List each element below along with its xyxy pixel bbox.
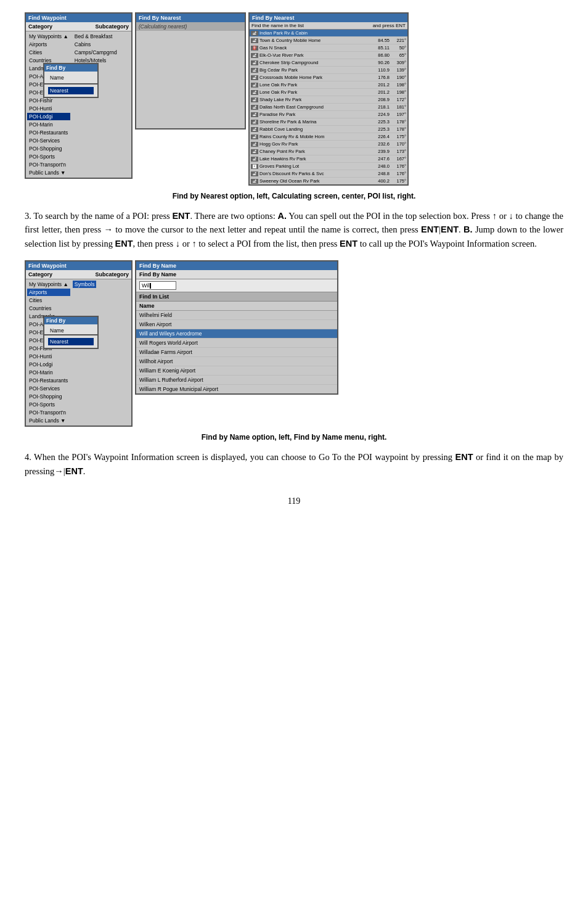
fbr-dist: 90.26 bbox=[372, 60, 391, 65]
list-item[interactable]: POI-Restaurants bbox=[27, 129, 70, 136]
poi-icon: 🏕 bbox=[251, 120, 258, 125]
find-by-nearest-item-b[interactable]: Nearest bbox=[48, 338, 94, 345]
subcategory-item[interactable]: Bed & Breakfast bbox=[73, 33, 119, 40]
subcategory-item[interactable]: Camps/Campgrnd bbox=[73, 49, 119, 56]
fbn2-list-item[interactable]: William E Koenig Airport bbox=[136, 366, 337, 376]
list-item[interactable]: POI-Shopping bbox=[27, 393, 70, 400]
ent-key-p2: ENT bbox=[455, 452, 473, 462]
fbr-row[interactable]: 🏕 Lone Oak Rv Park 201.2 198° bbox=[250, 89, 407, 96]
fbn2-list-item[interactable]: Wilhelmi Field bbox=[136, 311, 337, 320]
poi-icon: ⛽ bbox=[251, 46, 258, 51]
list-item[interactable]: POI-Transport'n bbox=[27, 161, 70, 168]
fbr-dist: 247.6 bbox=[372, 156, 391, 162]
fbr-name: Hogg Gov Rv Park bbox=[259, 141, 372, 147]
list-item[interactable]: POI-Marin bbox=[27, 121, 70, 128]
find-by-popup-title: Find By bbox=[44, 64, 97, 72]
fw-category-col: My Waypoints ▲ Airports Cities Countries… bbox=[27, 33, 70, 176]
ent-key-5: ENT bbox=[340, 239, 357, 249]
list-item[interactable]: POI-Marin bbox=[27, 369, 70, 376]
fbr-row[interactable]: 🏕 Hogg Gov Rv Park 232.6 170° bbox=[250, 141, 407, 148]
fbr-row[interactable]: 🏕 Elk-O-Vue River Park 86.80 65° bbox=[250, 52, 407, 59]
list-item[interactable]: POI-Transport'n bbox=[27, 409, 70, 416]
fbr-dist: 218.1 bbox=[372, 104, 391, 110]
fbr-row[interactable]: 🏕 Town & Country Mobile Home 84.55 221° bbox=[250, 37, 407, 44]
list-item[interactable]: Countries bbox=[27, 305, 70, 312]
fbr-title: Find By Nearest bbox=[250, 14, 407, 22]
find-by-name-item[interactable]: Name bbox=[48, 74, 94, 81]
fbn2-list-item[interactable]: Wilken Airport bbox=[136, 320, 337, 329]
fbr-deg: 50° bbox=[391, 45, 406, 51]
fbn2-list-item[interactable]: William R Pogue Municipal Airport bbox=[136, 385, 337, 393]
bottom-caption: Find by Name option, left, Find by Name … bbox=[25, 433, 563, 442]
fbr-name: Rabbit Cove Landing bbox=[259, 126, 372, 132]
prose-block-1: 3. To search by the name of a POI: press… bbox=[25, 209, 563, 250]
subcategory-item[interactable]: Symbols bbox=[73, 281, 97, 288]
fbr-dist: 248.8 bbox=[372, 171, 391, 176]
fbr-row[interactable]: 🏕 Paradise Rv Park 224.9 197° bbox=[250, 111, 407, 118]
fbr-row[interactable]: 🏕 Rains County Rv & Mobile Hom 226.4 175… bbox=[250, 133, 407, 141]
poi-icon: 🅿 bbox=[251, 164, 258, 169]
fbr-dist: 85.11 bbox=[372, 45, 391, 51]
poi-icon: 🏕 bbox=[251, 179, 258, 184]
fbr-dist: 201.2 bbox=[372, 89, 391, 95]
find-by-nearest-item[interactable]: Nearest bbox=[48, 87, 94, 94]
list-item[interactable]: POI-Lodgi bbox=[27, 361, 70, 368]
fbr-row[interactable]: 🏕 Shoreline Rv Park & Marina 225.3 178° bbox=[250, 118, 407, 126]
fbn2-list-item[interactable]: Willadae Farms Airport bbox=[136, 348, 337, 357]
fbn2-list-item[interactable]: Will and Wileys Aerodrome bbox=[136, 329, 337, 339]
list-item[interactable]: POI-Services bbox=[27, 137, 70, 144]
fbr-row[interactable]: 🅿 Groves Parking Lot 248.0 176° bbox=[250, 163, 407, 170]
list-item[interactable]: POI-Sports bbox=[27, 401, 70, 408]
list-item[interactable]: Airports bbox=[27, 41, 70, 48]
subcategory-item[interactable]: Cabins bbox=[73, 41, 119, 48]
list-item[interactable]: Cities bbox=[27, 49, 70, 56]
list-item[interactable]: My Waypoints ▲ bbox=[27, 281, 70, 288]
fbr-row[interactable]: 🏕 Sweeney Old Ocean Rv Park 400.2 175° bbox=[250, 178, 407, 184]
list-item[interactable]: POI-Restaurants bbox=[27, 377, 70, 384]
fbn2-list-item[interactable]: Will Rogers World Airport bbox=[136, 339, 337, 348]
fbr-row[interactable]: 🏕 Dallas North East Campground 218.1 181… bbox=[250, 104, 407, 111]
fbr-deg: 170° bbox=[391, 141, 406, 147]
fbn2-list-item[interactable]: William L Rutherford Airport bbox=[136, 376, 337, 385]
fbn-title: Find By Nearest bbox=[136, 14, 245, 22]
poi-icon: 🏕 bbox=[251, 60, 258, 65]
fbr-hint-right: and press ENT bbox=[373, 23, 406, 28]
fbn2-header: Find By Name bbox=[136, 270, 337, 279]
list-item[interactable]: POI-Services bbox=[27, 385, 70, 392]
poi-icon: 🏕 bbox=[251, 171, 258, 176]
nearest-popup: Nearest bbox=[43, 83, 99, 98]
list-item[interactable]: POI-Lodgi bbox=[27, 113, 70, 120]
fbr-deg: 176° bbox=[391, 163, 406, 169]
fbr-deg: 190° bbox=[391, 75, 406, 80]
fbr-row[interactable]: ⛽ Gas N Snack 85.11 50° bbox=[250, 44, 407, 52]
fbr-row[interactable]: 🏕 Lake Hawkins Rv Park 247.6 167° bbox=[250, 155, 407, 163]
fw-list-b: My Waypoints ▲ Airports Cities Countries… bbox=[26, 279, 131, 426]
list-item[interactable]: My Waypoints ▲ bbox=[27, 33, 70, 40]
fw-panel-header-b: Category Subcategory bbox=[26, 270, 131, 279]
list-item[interactable]: Public Lands ▼ bbox=[27, 417, 70, 424]
fbr-row[interactable]: 🏕 Indian Park Rv & Cabin bbox=[250, 30, 407, 37]
list-item[interactable]: POI-Hunti bbox=[27, 105, 70, 112]
list-item[interactable]: Airports bbox=[27, 289, 70, 296]
prose-number-2: 4. bbox=[25, 452, 31, 462]
fbr-row[interactable]: 🏕 Crossroads Mobile Home Park 176.8 190° bbox=[250, 74, 407, 81]
fbn2-search-input[interactable]: Wil bbox=[139, 281, 176, 290]
fbr-hint-left: Find the name in the list bbox=[251, 23, 304, 28]
list-item[interactable]: POI-Sports bbox=[27, 153, 70, 160]
list-item[interactable]: POI-Shopping bbox=[27, 145, 70, 152]
find-by-name-item-b[interactable]: Name bbox=[48, 327, 94, 334]
fbr-row[interactable]: 🏕 Big Cedar Rv Park 110.9 139° bbox=[250, 67, 407, 74]
fbr-dist: 225.3 bbox=[372, 126, 391, 132]
list-item[interactable]: POI-Hunti bbox=[27, 353, 70, 360]
fbn2-list-item[interactable]: Willhoit Airport bbox=[136, 357, 337, 366]
fbr-row[interactable]: 🏕 Chaney Point Rv Park 239.9 173° bbox=[250, 148, 407, 155]
list-item[interactable]: Public Lands ▼ bbox=[27, 169, 70, 176]
fbr-row[interactable]: 🏕 Cherokee Strip Campground 90.26 309° bbox=[250, 59, 407, 67]
fbr-row[interactable]: 🏕 Shady Lake Rv Park 208.9 172° bbox=[250, 96, 407, 104]
ent-key-2: ENT bbox=[421, 224, 439, 234]
fbr-row[interactable]: 🏕 Lone Oak Rv Park 201.2 198° bbox=[250, 81, 407, 89]
fbr-row[interactable]: 🏕 Rabbit Cove Landing 225.3 178° bbox=[250, 126, 407, 133]
fbr-row[interactable]: 🏕 Don's Discount Rv Parks & Svc 248.8 17… bbox=[250, 170, 407, 178]
list-item[interactable]: Cities bbox=[27, 297, 70, 304]
poi-icon: 🏕 bbox=[251, 97, 258, 102]
